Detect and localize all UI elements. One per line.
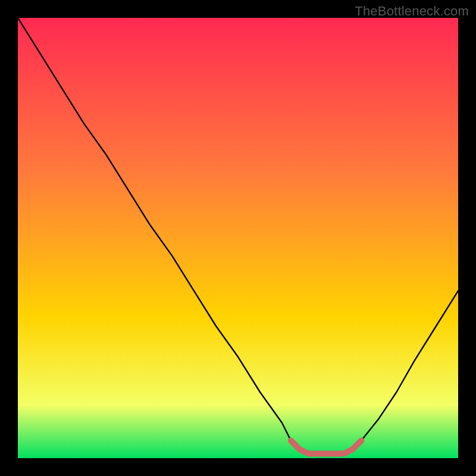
watermark-text: TheBottleneck.com <box>355 4 469 19</box>
chart-container: TheBottleneck.com <box>0 0 476 476</box>
chart-svg <box>18 18 458 458</box>
gradient-background <box>18 18 458 458</box>
plot-area <box>18 18 458 458</box>
